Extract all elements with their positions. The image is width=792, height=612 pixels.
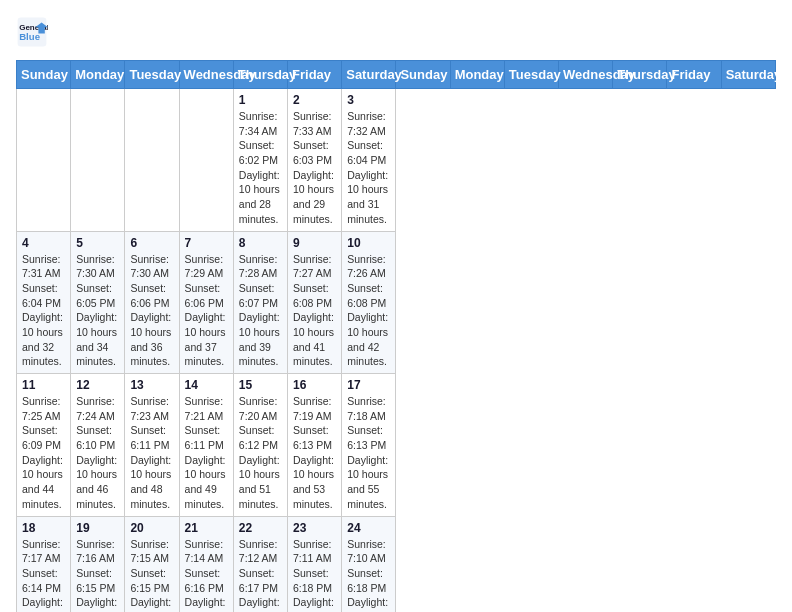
calendar-cell: 14Sunrise: 7:21 AMSunset: 6:11 PMDayligh… — [179, 374, 233, 517]
weekday-header: Sunday — [396, 61, 450, 89]
weekday-header: Wednesday — [559, 61, 613, 89]
day-number: 7 — [185, 236, 228, 250]
svg-text:Blue: Blue — [19, 31, 40, 42]
day-info: Sunrise: 7:33 AMSunset: 6:03 PMDaylight:… — [293, 109, 336, 227]
day-info: Sunrise: 7:32 AMSunset: 6:04 PMDaylight:… — [347, 109, 390, 227]
calendar-week-row: 4Sunrise: 7:31 AMSunset: 6:04 PMDaylight… — [17, 231, 776, 374]
calendar-cell: 8Sunrise: 7:28 AMSunset: 6:07 PMDaylight… — [233, 231, 287, 374]
day-number: 2 — [293, 93, 336, 107]
calendar-cell — [179, 89, 233, 232]
day-number: 1 — [239, 93, 282, 107]
day-info: Sunrise: 7:21 AMSunset: 6:11 PMDaylight:… — [185, 394, 228, 512]
calendar-cell: 2Sunrise: 7:33 AMSunset: 6:03 PMDaylight… — [288, 89, 342, 232]
day-info: Sunrise: 7:17 AMSunset: 6:14 PMDaylight:… — [22, 537, 65, 613]
weekday-header: Monday — [71, 61, 125, 89]
weekday-header: Thursday — [233, 61, 287, 89]
day-number: 20 — [130, 521, 173, 535]
calendar-week-row: 18Sunrise: 7:17 AMSunset: 6:14 PMDayligh… — [17, 516, 776, 612]
day-number: 14 — [185, 378, 228, 392]
day-number: 8 — [239, 236, 282, 250]
day-info: Sunrise: 7:20 AMSunset: 6:12 PMDaylight:… — [239, 394, 282, 512]
day-number: 5 — [76, 236, 119, 250]
day-number: 6 — [130, 236, 173, 250]
day-info: Sunrise: 7:31 AMSunset: 6:04 PMDaylight:… — [22, 252, 65, 370]
day-info: Sunrise: 7:26 AMSunset: 6:08 PMDaylight:… — [347, 252, 390, 370]
day-number: 15 — [239, 378, 282, 392]
calendar-header-row: SundayMondayTuesdayWednesdayThursdayFrid… — [17, 61, 776, 89]
day-number: 16 — [293, 378, 336, 392]
day-number: 9 — [293, 236, 336, 250]
calendar-cell — [125, 89, 179, 232]
day-number: 21 — [185, 521, 228, 535]
calendar-cell: 1Sunrise: 7:34 AMSunset: 6:02 PMDaylight… — [233, 89, 287, 232]
day-info: Sunrise: 7:19 AMSunset: 6:13 PMDaylight:… — [293, 394, 336, 512]
day-info: Sunrise: 7:23 AMSunset: 6:11 PMDaylight:… — [130, 394, 173, 512]
day-number: 10 — [347, 236, 390, 250]
weekday-header: Saturday — [342, 61, 396, 89]
logo-icon: General Blue — [16, 16, 48, 48]
weekday-header: Sunday — [17, 61, 71, 89]
calendar-cell: 20Sunrise: 7:15 AMSunset: 6:15 PMDayligh… — [125, 516, 179, 612]
calendar-cell: 24Sunrise: 7:10 AMSunset: 6:18 PMDayligh… — [342, 516, 396, 612]
day-info: Sunrise: 7:12 AMSunset: 6:17 PMDaylight:… — [239, 537, 282, 613]
day-number: 23 — [293, 521, 336, 535]
day-info: Sunrise: 7:30 AMSunset: 6:05 PMDaylight:… — [76, 252, 119, 370]
weekday-header: Tuesday — [125, 61, 179, 89]
day-number: 4 — [22, 236, 65, 250]
calendar-cell: 16Sunrise: 7:19 AMSunset: 6:13 PMDayligh… — [288, 374, 342, 517]
day-number: 12 — [76, 378, 119, 392]
logo: General Blue — [16, 16, 52, 48]
day-number: 19 — [76, 521, 119, 535]
day-info: Sunrise: 7:11 AMSunset: 6:18 PMDaylight:… — [293, 537, 336, 613]
weekday-header: Tuesday — [504, 61, 558, 89]
day-info: Sunrise: 7:25 AMSunset: 6:09 PMDaylight:… — [22, 394, 65, 512]
day-number: 11 — [22, 378, 65, 392]
calendar-cell: 21Sunrise: 7:14 AMSunset: 6:16 PMDayligh… — [179, 516, 233, 612]
calendar-table: SundayMondayTuesdayWednesdayThursdayFrid… — [16, 60, 776, 612]
day-info: Sunrise: 7:15 AMSunset: 6:15 PMDaylight:… — [130, 537, 173, 613]
calendar-cell: 10Sunrise: 7:26 AMSunset: 6:08 PMDayligh… — [342, 231, 396, 374]
calendar-cell: 19Sunrise: 7:16 AMSunset: 6:15 PMDayligh… — [71, 516, 125, 612]
day-info: Sunrise: 7:14 AMSunset: 6:16 PMDaylight:… — [185, 537, 228, 613]
calendar-cell: 7Sunrise: 7:29 AMSunset: 6:06 PMDaylight… — [179, 231, 233, 374]
weekday-header: Friday — [667, 61, 721, 89]
day-number: 18 — [22, 521, 65, 535]
calendar-cell: 12Sunrise: 7:24 AMSunset: 6:10 PMDayligh… — [71, 374, 125, 517]
day-number: 17 — [347, 378, 390, 392]
day-info: Sunrise: 7:24 AMSunset: 6:10 PMDaylight:… — [76, 394, 119, 512]
calendar-cell: 4Sunrise: 7:31 AMSunset: 6:04 PMDaylight… — [17, 231, 71, 374]
day-number: 3 — [347, 93, 390, 107]
calendar-cell: 5Sunrise: 7:30 AMSunset: 6:05 PMDaylight… — [71, 231, 125, 374]
calendar-week-row: 1Sunrise: 7:34 AMSunset: 6:02 PMDaylight… — [17, 89, 776, 232]
day-info: Sunrise: 7:30 AMSunset: 6:06 PMDaylight:… — [130, 252, 173, 370]
calendar-cell: 23Sunrise: 7:11 AMSunset: 6:18 PMDayligh… — [288, 516, 342, 612]
calendar-cell: 22Sunrise: 7:12 AMSunset: 6:17 PMDayligh… — [233, 516, 287, 612]
weekday-header: Monday — [450, 61, 504, 89]
calendar-cell: 9Sunrise: 7:27 AMSunset: 6:08 PMDaylight… — [288, 231, 342, 374]
page-header: General Blue — [16, 16, 776, 48]
day-info: Sunrise: 7:27 AMSunset: 6:08 PMDaylight:… — [293, 252, 336, 370]
day-info: Sunrise: 7:29 AMSunset: 6:06 PMDaylight:… — [185, 252, 228, 370]
calendar-cell: 6Sunrise: 7:30 AMSunset: 6:06 PMDaylight… — [125, 231, 179, 374]
weekday-header: Friday — [288, 61, 342, 89]
day-info: Sunrise: 7:18 AMSunset: 6:13 PMDaylight:… — [347, 394, 390, 512]
weekday-header: Thursday — [613, 61, 667, 89]
day-info: Sunrise: 7:10 AMSunset: 6:18 PMDaylight:… — [347, 537, 390, 613]
calendar-cell: 13Sunrise: 7:23 AMSunset: 6:11 PMDayligh… — [125, 374, 179, 517]
weekday-header: Wednesday — [179, 61, 233, 89]
day-info: Sunrise: 7:28 AMSunset: 6:07 PMDaylight:… — [239, 252, 282, 370]
calendar-week-row: 11Sunrise: 7:25 AMSunset: 6:09 PMDayligh… — [17, 374, 776, 517]
day-info: Sunrise: 7:16 AMSunset: 6:15 PMDaylight:… — [76, 537, 119, 613]
day-info: Sunrise: 7:34 AMSunset: 6:02 PMDaylight:… — [239, 109, 282, 227]
calendar-cell: 17Sunrise: 7:18 AMSunset: 6:13 PMDayligh… — [342, 374, 396, 517]
day-number: 13 — [130, 378, 173, 392]
calendar-cell: 11Sunrise: 7:25 AMSunset: 6:09 PMDayligh… — [17, 374, 71, 517]
weekday-header: Saturday — [721, 61, 775, 89]
day-number: 24 — [347, 521, 390, 535]
day-number: 22 — [239, 521, 282, 535]
calendar-cell: 3Sunrise: 7:32 AMSunset: 6:04 PMDaylight… — [342, 89, 396, 232]
calendar-cell — [71, 89, 125, 232]
calendar-cell: 18Sunrise: 7:17 AMSunset: 6:14 PMDayligh… — [17, 516, 71, 612]
calendar-cell — [17, 89, 71, 232]
calendar-cell: 15Sunrise: 7:20 AMSunset: 6:12 PMDayligh… — [233, 374, 287, 517]
